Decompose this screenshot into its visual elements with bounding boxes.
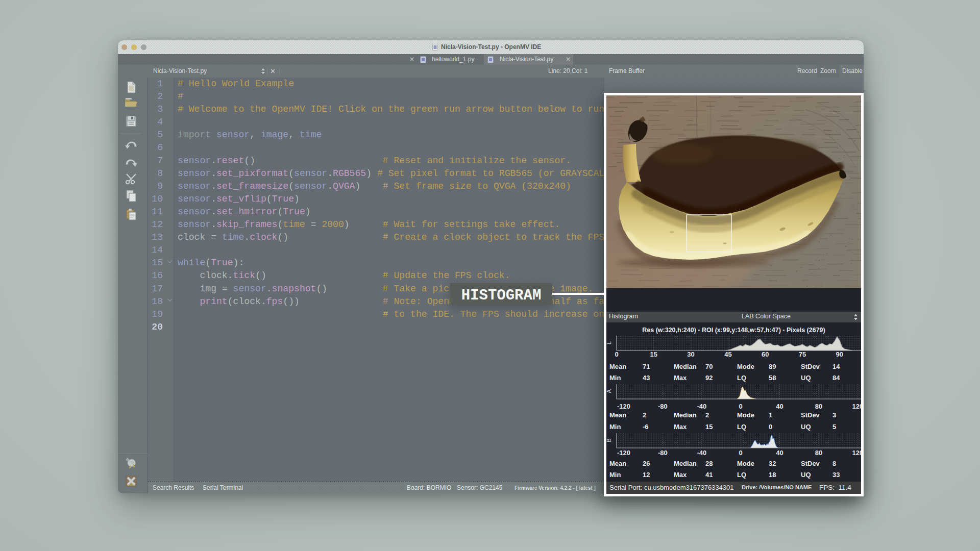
svg-text:A: A — [606, 389, 612, 393]
svg-text:B: B — [606, 438, 612, 442]
svg-text:L: L — [606, 341, 612, 344]
